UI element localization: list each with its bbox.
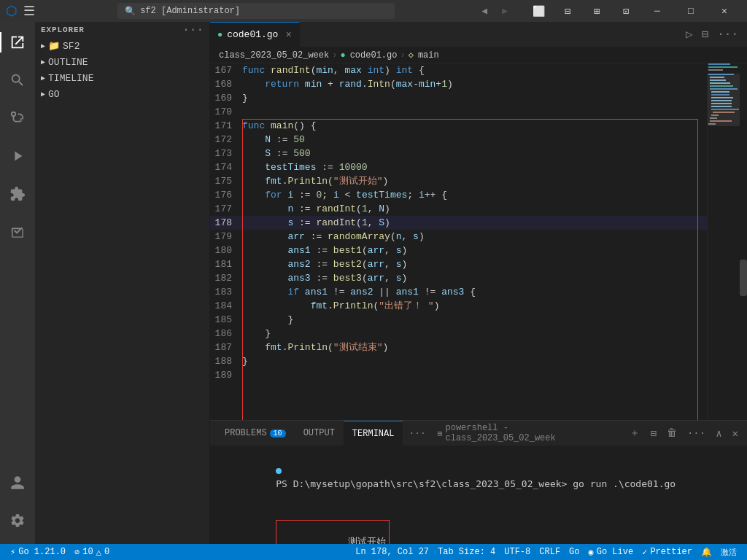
explorer-activity[interactable] [0,25,35,60]
tab-close-icon[interactable]: × [285,29,291,41]
nav-forward[interactable]: ▶ [498,2,512,20]
code-line-167: 167 func randInt(min, max int) int { [210,63,707,77]
outline-label: OUTLINE [48,57,88,68]
breadcrumb-file[interactable]: code01.go [350,50,398,61]
warning-count: 0 [104,547,109,557]
tab-label: code01.go [227,29,278,40]
sidebar-item-go[interactable]: ▶ GO [35,86,209,102]
breadcrumb-sep1: › [332,50,337,61]
menu-icon[interactable]: ☰ [23,3,35,19]
nav-back[interactable]: ◀ [477,2,492,20]
maximize-button[interactable]: □ [674,0,708,22]
status-extra[interactable]: 激活 [716,544,741,560]
testing-activity[interactable] [0,214,35,249]
status-bar: ⚡ Go 1.21.0 ⊘ 10 △ 0 Ln 178, Col 27 Tab … [0,544,747,560]
search-activity[interactable] [0,63,35,98]
new-terminal-icon[interactable]: ＋ [627,425,643,441]
more-actions-icon[interactable]: ··· [714,25,741,44]
breadcrumb-folder[interactable]: class_2023_05_02_week [219,50,329,61]
code-line-172: 172 N := 50 [210,133,707,147]
kill-terminal-icon[interactable]: 🗑 [664,426,680,440]
code-line-178: 178 s := randInt(1, S) [210,216,707,230]
code01-tab[interactable]: ● code01.go × [210,22,300,47]
panel-up-icon[interactable]: ∧ [713,426,724,441]
vscode-icon: ⬡ [6,3,18,19]
status-notification[interactable]: 🔔 [697,544,716,560]
terminal-label: TERMINAL [352,429,395,439]
tab-bar: ● code01.go × ▷ ⊟ ··· [210,22,747,47]
vertical-scrollbar[interactable] [740,63,747,420]
code-line-182: 182 ans3 := best3(arr, s) [210,271,707,285]
panel-content[interactable]: PS D:\mysetup\gopath\src\sf2\class_2023_… [210,446,747,544]
sidebar-item-outline[interactable]: ▶ OUTLINE [35,54,209,70]
code-line-188: 188 } [210,354,707,368]
settings-activity[interactable] [0,503,35,538]
status-errors[interactable]: ⊘ 10 △ 0 [70,544,114,560]
problems-badge: 10 [270,429,286,438]
status-branch[interactable]: ⚡ Go 1.21.0 [6,544,70,560]
panel-tab-output[interactable]: OUTPUT [295,421,344,446]
minimize-button[interactable]: ─ [640,0,674,22]
status-tab-size[interactable]: Tab Size: 4 [433,544,500,560]
panel-tab-terminal[interactable]: TERMINAL [344,421,403,446]
code-lines: 167 func randInt(min, max int) int { 168… [210,63,707,382]
account-activity[interactable] [0,465,35,500]
win-controls: ⬜ ⊟ ⊞ ⊡ ─ □ ✕ [524,0,741,22]
branch-label: Go 1.21.0 [18,547,66,557]
code-line-185: 185 } [210,313,707,327]
status-position[interactable]: Ln 178, Col 27 [351,544,433,560]
timeline-label: TIMELINE [48,73,93,84]
panel-close-icon[interactable]: ✕ [729,426,741,441]
terminal-output-begin: 测试开始 [348,536,386,544]
panel-more-icon[interactable]: ··· [684,426,708,440]
svg-rect-1 [708,66,738,68]
error-count: 10 [82,547,93,557]
panel-area: PROBLEMS 10 OUTPUT TERMINAL ··· ⊞ powers… [210,420,747,544]
source-control-activity[interactable] [0,101,35,136]
language-label: Go [569,547,579,557]
panel-terminal-name: ⊞ powershell - class_2023_05_02_week [432,423,627,443]
layout-icon2[interactable]: ⊟ [553,0,582,22]
code-line-173: 173 S := 500 [210,147,707,160]
terminal-path-label: powershell - class_2023_05_02_week [445,423,621,443]
tab-actions: ▷ ⊟ ··· [683,24,747,44]
sidebar-item-sf2[interactable]: ▶ 📁 SF2 [35,38,209,54]
search-bar[interactable]: 🔍 sf2 [Administrator] [117,3,395,19]
split-terminal-icon[interactable]: ⊟ [647,426,659,441]
run-icon[interactable]: ▷ [683,24,696,44]
terminal-cmd-1: PS D:\mysetup\gopath\src\sf2\class_2023_… [276,478,676,489]
code-line-186: 186 } [210,327,707,341]
panel-actions: ＋ ⊟ 🗑 ··· ∧ ✕ [627,425,741,441]
code-line-176: 176 for i := 0; i < testTimes; i++ { [210,188,707,202]
scrollbar-thumb[interactable] [740,260,747,296]
layout-icon4[interactable]: ⊡ [611,0,640,22]
breadcrumb-main[interactable]: main [418,50,439,61]
run-activity[interactable] [0,139,35,174]
status-golive[interactable]: ◉ Go Live [584,544,638,560]
layout-icon1[interactable]: ⬜ [524,0,553,22]
status-prettier[interactable]: ✓ Prettier [638,544,697,560]
code-editor-container: 167 func randInt(min, max int) int { 168… [210,63,747,420]
layout-icon3[interactable]: ⊞ [582,0,611,22]
sidebar-item-timeline[interactable]: ▶ TIMELINE [35,70,209,86]
status-line-ending[interactable]: CRLF [535,544,565,560]
code-line-181: 181 ans2 := best2(arr, s) [210,257,707,271]
extensions-activity[interactable] [0,176,35,211]
split-editor-icon[interactable]: ⊟ [699,24,712,44]
extra-icon: 激活 [721,547,737,558]
close-button[interactable]: ✕ [708,0,741,22]
code-content[interactable]: 167 func randInt(min, max int) int { 168… [210,63,707,420]
panel-more-btn[interactable]: ··· [403,428,431,439]
terminal-line-1: PS D:\mysetup\gopath\src\sf2\class_2023_… [219,449,738,505]
status-language[interactable]: Go [565,544,584,560]
code-line-169: 169 } [210,91,707,105]
code-line-175: 175 fmt.Println("测试开始") [210,174,707,188]
status-encoding[interactable]: UTF-8 [500,544,535,560]
search-icon: 🔍 [125,6,136,17]
breadcrumb: class_2023_05_02_week › ● code01.go › ◇ … [210,47,747,63]
svg-rect-2 [708,69,723,71]
code-line-168: 168 return min + rand.Intn(max-min+1) [210,77,707,91]
panel-tab-problems[interactable]: PROBLEMS 10 [216,421,295,446]
explorer-menu[interactable]: ··· [182,23,204,36]
sidebar: EXPLORER ··· ▶ 📁 SF2 ▶ OUTLINE ▶ TIMELIN… [35,22,210,544]
